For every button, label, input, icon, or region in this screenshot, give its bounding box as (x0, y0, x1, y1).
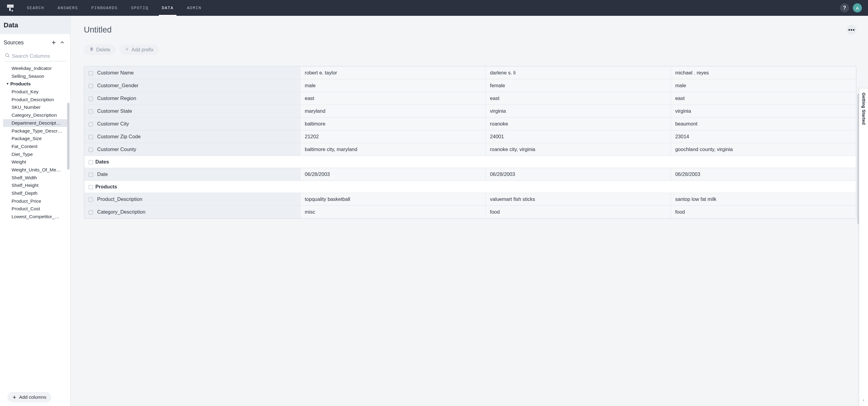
add-prefix-label: Add prefix (131, 47, 153, 53)
sidebar-header: Data (0, 16, 70, 34)
tree-item[interactable]: Lowest_Competitor_… (0, 213, 70, 221)
data-cell: robert e. taylor (300, 66, 486, 79)
tree-item[interactable]: Package_Size (0, 135, 70, 143)
data-cell: east (671, 92, 856, 105)
checkbox[interactable] (89, 71, 93, 75)
row-label-cell[interactable]: Category_Description (85, 206, 300, 219)
data-cell: darlene s. li (486, 66, 671, 79)
nav-item-search[interactable]: SEARCH (27, 0, 44, 16)
table-row: Category_Descriptionmiscfoodfood (85, 206, 856, 219)
checkbox[interactable] (89, 122, 93, 126)
add-columns-label: Add columns (19, 395, 46, 400)
data-cell: east (486, 92, 671, 105)
checkbox[interactable] (89, 173, 93, 177)
data-cell: virginia (486, 105, 671, 118)
help-button[interactable]: ? (840, 3, 849, 12)
collapse-sources-button[interactable] (58, 38, 66, 47)
tree-item[interactable]: Shelf_Height (0, 181, 70, 189)
data-cell: topquality basketball (300, 193, 486, 206)
add-prefix-button[interactable]: Add prefix (119, 45, 159, 55)
table-row: Customer_Gendermalefemalemale (85, 79, 856, 92)
data-cell: female (486, 79, 671, 92)
tree-item[interactable]: Product_Price (0, 197, 70, 205)
nav-item-spotiq[interactable]: SPOTIQ (131, 0, 149, 16)
nav-item-pinboards[interactable]: PINBOARDS (91, 0, 118, 16)
tree-item[interactable]: Category_Description (0, 111, 70, 119)
data-cell: male (671, 79, 856, 92)
data-cell: misc (300, 206, 486, 219)
tree-item[interactable]: Department_Descript… (3, 119, 67, 127)
nav-items: SEARCHANSWERSPINBOARDSSPOTIQDATAADMIN (27, 0, 202, 16)
data-cell: 06/28/2003 (300, 168, 486, 181)
caret-down-icon: ▼ (6, 82, 9, 86)
top-nav: SEARCHANSWERSPINBOARDSSPOTIQDATAADMIN ? … (0, 0, 868, 16)
table-row: Customer Citybaltimoreroanokebeaumont (85, 118, 856, 130)
delete-button[interactable]: Delete (84, 45, 116, 55)
tree-item[interactable]: SKU_Number (0, 103, 70, 111)
row-label-cell[interactable]: Product_Description (85, 193, 300, 206)
getting-started-panel[interactable]: Getting Started ‹ (859, 88, 868, 406)
svg-point-3 (11, 10, 12, 11)
checkbox[interactable] (89, 97, 93, 101)
user-avatar[interactable]: A (853, 3, 862, 12)
tree-item[interactable]: Weekday_Indicator (0, 64, 70, 72)
checkbox[interactable] (89, 148, 93, 152)
svg-rect-1 (7, 7, 14, 8)
search-columns-input[interactable] (12, 53, 66, 59)
search-icon (5, 53, 10, 59)
row-label-cell[interactable]: Customer Zip Code (85, 130, 300, 143)
data-cell: goochland county, virginia (671, 143, 856, 156)
tree-item[interactable]: Weight_Units_Of_Me… (0, 166, 70, 174)
checkbox[interactable] (89, 135, 93, 139)
checkbox[interactable] (89, 160, 93, 165)
tree-item[interactable]: Diet_Type (0, 150, 70, 158)
checkbox[interactable] (89, 84, 93, 88)
nav-item-answers[interactable]: ANSWERS (58, 0, 78, 16)
row-label-cell[interactable]: Customer State (85, 105, 300, 118)
data-cell: maryland (300, 105, 486, 118)
row-label-cell[interactable]: Customer County (85, 143, 300, 156)
page-title[interactable]: Untitled (84, 25, 847, 35)
sidebar-scrollbar[interactable] (67, 103, 69, 170)
table-row: Date06/28/200306/28/200306/28/2003 (85, 168, 856, 181)
checkbox[interactable] (89, 210, 93, 214)
tree-item[interactable]: Fat_Content (0, 143, 70, 150)
row-label-cell[interactable]: Customer City (85, 118, 300, 130)
row-label-cell[interactable]: Customer Region (85, 92, 300, 105)
plus-icon (125, 47, 129, 53)
more-options-button[interactable]: ••• (847, 25, 857, 35)
tree-item[interactable]: Product_Cost (0, 205, 70, 213)
row-label-cell[interactable]: Customer Name (85, 66, 300, 79)
tree-item[interactable]: Product_Description (0, 96, 70, 104)
tree-item[interactable]: Package_Type_Descr… (0, 127, 70, 135)
add-columns-button[interactable]: Add columns (7, 392, 51, 402)
data-cell: male (300, 79, 486, 92)
add-source-button[interactable] (50, 38, 58, 47)
section-header[interactable]: Dates (85, 156, 856, 168)
data-cell: baltimore (300, 118, 486, 130)
checkbox[interactable] (89, 198, 93, 202)
section-header[interactable]: Products (85, 181, 856, 193)
svg-rect-2 (9, 8, 11, 11)
row-label-cell[interactable]: Customer_Gender (85, 79, 300, 92)
row-label-cell[interactable]: Date (85, 168, 300, 181)
svg-rect-0 (7, 5, 14, 6)
checkbox[interactable] (89, 109, 93, 114)
data-cell: roanoke (486, 118, 671, 130)
table-row: Customer Countybaltimore city, marylandr… (85, 143, 856, 156)
chevron-left-icon: ‹ (863, 398, 864, 402)
table-row: Customer Zip Code212022400123014 (85, 130, 856, 143)
tree-group-products[interactable]: ▼Products (0, 80, 70, 88)
nav-item-data[interactable]: DATA (162, 0, 174, 16)
tree-item[interactable]: Product_Key (0, 88, 70, 96)
tree-item[interactable]: Weight (0, 158, 70, 166)
tree-item[interactable]: Shelf_Depth (0, 189, 70, 197)
checkbox[interactable] (89, 185, 93, 189)
tree-item[interactable]: Shelf_Width (0, 174, 70, 182)
sources-label: Sources (4, 39, 50, 46)
data-cell: santop low fat milk (671, 193, 856, 206)
tree-item[interactable]: Selling_Season (0, 72, 70, 80)
app-logo[interactable] (6, 4, 14, 12)
getting-started-label: Getting Started (861, 93, 866, 125)
nav-item-admin[interactable]: ADMIN (187, 0, 202, 16)
